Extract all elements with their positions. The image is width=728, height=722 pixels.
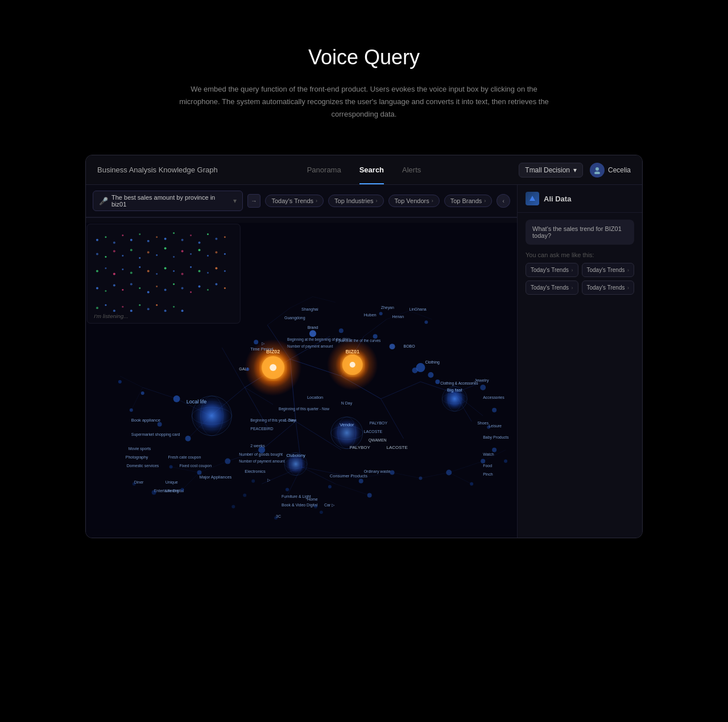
suggestion-label: You can ask me like this: [518,251,642,263]
tab-alerts[interactable]: Alerts [402,163,421,176]
svg-point-129 [270,364,276,371]
svg-point-31 [190,253,192,255]
hero-title: Voice Query [176,46,552,69]
knowledge-graph[interactable]: I'm listening... [86,214,517,538]
svg-point-12 [164,238,167,240]
svg-text:Number of goods bought: Number of goods bought [239,452,283,457]
svg-point-4 [96,239,98,241]
ali-data-icon [526,192,539,205]
suggestion-chip-1[interactable]: Today's Trends › [526,263,578,277]
chevron-right-icon: › [316,198,317,204]
right-panel: Ali Data What's the sales trend for BIZ0… [517,185,642,538]
svg-point-238 [481,459,485,464]
svg-point-19 [224,236,226,238]
svg-text:LACOSTE: LACOSTE [364,430,383,434]
mic-icon[interactable]: 🎤 [99,197,108,205]
tag-todays-trends-1[interactable]: Today's Trends › [265,195,324,207]
tag-top-industries[interactable]: Top Industries › [328,195,383,207]
chevron-right-icon: › [627,285,629,291]
svg-point-32 [198,249,200,251]
svg-point-72 [130,310,133,312]
avatar [590,163,605,178]
search-submit-button[interactable]: → [247,194,261,208]
svg-point-223 [487,426,490,429]
svg-point-214 [118,380,122,383]
svg-point-21 [105,256,106,258]
svg-point-236 [446,470,452,476]
svg-point-161 [373,334,378,339]
svg-point-213 [141,391,144,395]
svg-point-11 [156,236,158,238]
svg-point-17 [207,233,209,235]
svg-text:Henan: Henan [392,315,404,319]
svg-text:Shoes: Shoes [477,421,489,425]
hero-description: We embed the query function of the front… [176,83,552,121]
svg-point-35 [224,253,226,255]
svg-point-164 [428,372,433,378]
tag-label: Today's Trends [271,197,313,204]
tag-label: Top Industries [334,197,373,204]
search-input-box[interactable]: 🎤 The best sales amount by province in b… [93,191,243,211]
svg-point-220 [412,368,417,373]
chevron-down-icon: ▾ [233,197,237,205]
svg-point-37 [105,267,106,269]
tag-label: Top Vendors [395,197,429,204]
svg-text:Huben: Huben [364,313,377,318]
suggestion-label-2: Today's Trends [587,267,625,273]
svg-text:Fresh cate coupon: Fresh cate coupon [168,455,201,460]
svg-point-222 [492,408,497,412]
svg-text:Beginning of this quarter - No: Beginning of this quarter - Now [279,407,329,411]
search-bar-row: 🎤 The best sales amount by province in b… [86,185,517,217]
svg-text:Home: Home [307,498,318,502]
svg-point-225 [504,460,507,463]
svg-point-22 [113,250,115,253]
scroll-left-button[interactable]: ‹ [497,194,510,208]
svg-point-18 [215,238,217,240]
svg-point-73 [139,304,140,306]
svg-point-25 [139,257,140,259]
svg-point-241 [314,505,317,509]
suggestion-chip-4[interactable]: Today's Trends › [582,280,635,295]
chevron-right-icon: › [432,198,433,204]
svg-point-77 [173,306,175,308]
svg-text:Leisure: Leisure [489,424,502,428]
graph-area: 🎤 The best sales amount by province in b… [86,185,517,538]
svg-point-74 [147,308,150,311]
svg-point-46 [181,273,184,275]
user-profile[interactable]: Cecelia [590,163,631,178]
svg-text:9 points at the of the curves: 9 points at the of the curves [336,339,380,343]
svg-point-68 [96,307,98,310]
svg-text:LinGhana: LinGhana [410,308,427,312]
hero-section: Voice Query We embed the query function … [165,0,563,143]
svg-point-246 [243,494,246,497]
app-window: Business Analysis Knowledge Graph Panora… [85,155,643,538]
svg-text:Accessories: Accessories [483,395,504,399]
dropdown-tmall-decision[interactable]: Tmall Decision ▾ [519,163,583,178]
svg-text:LACOSTE: LACOSTE [387,445,408,450]
tab-search[interactable]: Search [359,163,384,176]
tag-top-brands[interactable]: Top Brands › [444,195,493,207]
svg-point-227 [225,459,230,464]
tab-panorama[interactable]: Panorama [307,163,341,176]
main-content: 🎤 The best sales amount by province in b… [86,185,642,538]
suggestion-chip-3[interactable]: Today's Trends › [526,280,578,295]
svg-point-59 [156,286,158,287]
svg-text:Book appliance: Book appliance [131,418,160,423]
svg-point-244 [320,511,323,514]
svg-text:Jewelry: Jewelry [474,378,489,383]
svg-point-76 [164,310,167,312]
chevron-right-icon: › [627,267,629,273]
svg-point-230 [181,488,184,492]
svg-text:Baby Products: Baby Products [483,435,509,440]
svg-point-218 [379,312,383,316]
query-text: What's the sales trend for BIZ01 today? [532,225,622,239]
svg-point-1 [594,171,600,174]
svg-point-28 [164,247,167,250]
svg-text:Ordinary waste: Ordinary waste [364,469,391,474]
svg-point-247 [231,505,235,509]
svg-point-52 [96,287,98,290]
tag-top-vendors[interactable]: Top Vendors › [388,195,440,207]
svg-point-20 [96,253,98,255]
suggestion-chip-2[interactable]: Today's Trends › [582,263,635,277]
svg-point-53 [105,290,106,292]
